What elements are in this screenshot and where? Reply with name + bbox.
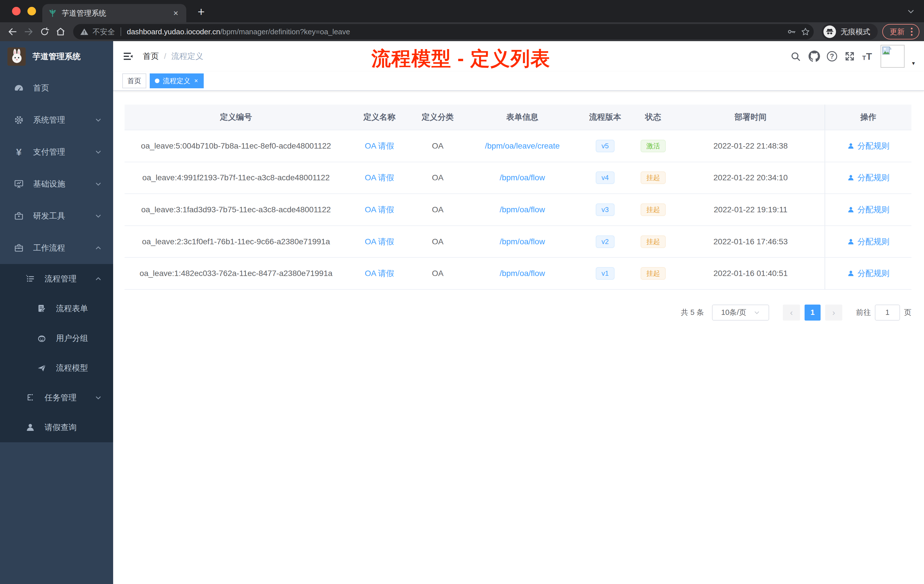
- sidebar-item-label: 任务管理: [45, 392, 95, 403]
- sidebar-item-home[interactable]: 首页: [0, 72, 113, 104]
- avatar-caret-icon[interactable]: ▾: [912, 60, 915, 68]
- sidebar-item-payment[interactable]: ¥ 支付管理: [0, 136, 113, 168]
- column-header: 部署时间: [676, 112, 825, 122]
- url-text[interactable]: dashboard.yudao.iocoder.cn/bpm/manager/d…: [127, 27, 783, 36]
- toolbox-icon: [14, 211, 24, 221]
- tag-close-icon[interactable]: ×: [194, 78, 198, 84]
- chevron-up-icon: [95, 244, 102, 251]
- sidebar-logo[interactable]: 芋道管理系统: [0, 41, 113, 72]
- definition-id: oa_leave:5:004b710b-7b8a-11ec-8ef0-acde4…: [125, 142, 347, 150]
- column-header: 表单信息: [464, 112, 581, 122]
- gear-icon: [14, 115, 24, 125]
- sidebar-item-process-model[interactable]: 流程模型: [0, 353, 113, 383]
- definition-category: OA: [411, 173, 464, 182]
- form-link[interactable]: /bpm/oa/leave/create: [485, 142, 560, 150]
- tag-label: 首页: [127, 76, 141, 86]
- chevron-down-icon: [95, 394, 102, 401]
- tag-home[interactable]: 首页: [122, 73, 146, 88]
- back-button[interactable]: [5, 24, 21, 40]
- sidebar-item-workflow[interactable]: 工作流程: [0, 232, 113, 264]
- sidebar-item-task-management[interactable]: 任务管理: [0, 383, 113, 412]
- sidebar-item-label: 首页: [33, 82, 102, 93]
- update-label: 更新: [890, 27, 904, 37]
- sidebar-item-infrastructure[interactable]: 基础设施: [0, 168, 113, 200]
- form-link[interactable]: /bpm/oa/flow: [500, 173, 545, 182]
- table-row: oa_leave:2:3c1f0ef1-76b1-11ec-9c66-a2380…: [125, 226, 911, 258]
- collapse-sidebar-icon[interactable]: [122, 51, 134, 62]
- help-icon[interactable]: ?: [827, 51, 837, 61]
- definition-name-link[interactable]: OA 请假: [365, 237, 394, 246]
- assign-rule-button[interactable]: 分配规则: [847, 204, 889, 215]
- sidebar-item-label: 系统管理: [33, 115, 95, 125]
- fullscreen-icon[interactable]: [843, 50, 856, 63]
- tag-process-definition[interactable]: 流程定义 ×: [150, 73, 204, 88]
- assign-rule-button[interactable]: 分配规则: [847, 172, 889, 183]
- monitor-icon: [14, 179, 24, 189]
- security-warning-icon[interactable]: [80, 27, 89, 36]
- sidebar-item-system[interactable]: 系统管理: [0, 104, 113, 136]
- reload-button[interactable]: [36, 24, 53, 40]
- person-icon: [847, 174, 855, 181]
- assign-rule-button[interactable]: 分配规则: [847, 140, 889, 152]
- bookmark-star-icon[interactable]: [800, 27, 810, 36]
- tab-title: 芋道管理系统: [62, 8, 166, 18]
- assign-rule-button[interactable]: 分配规则: [847, 268, 889, 279]
- browser-toolbar: 不安全 dashboard.yudao.iocoder.cn/bpm/manag…: [0, 22, 924, 41]
- password-key-icon[interactable]: [787, 27, 797, 36]
- sidebar-item-user-group[interactable]: 用户分组: [0, 323, 113, 353]
- security-label[interactable]: 不安全: [92, 27, 115, 37]
- deploy-time: 2022-01-16 01:40:51: [676, 269, 825, 278]
- sidebar-item-process-form[interactable]: 流程表单: [0, 294, 113, 323]
- avatar[interactable]: [881, 45, 904, 68]
- table-header-row: 定义编号 定义名称 定义分类 表单信息 流程版本 状态 部署时间 操作: [125, 105, 911, 130]
- home-button[interactable]: [53, 24, 69, 40]
- address-bar[interactable]: 不安全 dashboard.yudao.iocoder.cn/bpm/manag…: [73, 24, 814, 40]
- person-icon: [25, 422, 35, 432]
- prev-page-button[interactable]: ‹: [783, 305, 800, 320]
- definition-name-link[interactable]: OA 请假: [365, 142, 394, 150]
- person-icon: [847, 206, 855, 213]
- status-badge: 激活: [640, 140, 666, 152]
- form-link[interactable]: /bpm/oa/flow: [500, 269, 545, 278]
- minimize-window-button[interactable]: [27, 7, 36, 15]
- tab-close-icon[interactable]: ×: [171, 8, 181, 18]
- sidebar-item-label: 工作流程: [33, 243, 95, 253]
- column-header: 定义分类: [411, 112, 464, 122]
- table-row: oa_leave:4:991f2193-7b7f-11ec-a3c8-acde4…: [125, 162, 911, 194]
- broken-image-icon: [882, 46, 891, 54]
- close-window-button[interactable]: [12, 7, 21, 15]
- definition-name-link[interactable]: OA 请假: [365, 269, 394, 278]
- next-page-button[interactable]: ›: [825, 305, 842, 320]
- browser-menu-icon[interactable]: [910, 26, 914, 37]
- url-host: dashboard.yudao.iocoder.cn: [127, 27, 220, 36]
- assign-rule-button[interactable]: 分配规则: [847, 236, 889, 247]
- sidebar-item-dev-tools[interactable]: 研发工具: [0, 200, 113, 232]
- sidebar-item-label: 流程模型: [56, 363, 102, 373]
- sidebar-item-label: 流程表单: [56, 303, 102, 314]
- red-annotation-text: 流程模型 - 定义列表: [371, 46, 550, 72]
- sidebar-item-label: 基础设施: [33, 178, 95, 190]
- forward-button[interactable]: [21, 24, 36, 40]
- new-tab-button[interactable]: +: [193, 4, 209, 20]
- goto-page-input[interactable]: [875, 305, 900, 320]
- form-link[interactable]: /bpm/oa/flow: [500, 205, 545, 214]
- sidebar-item-leave-query[interactable]: 请假查询: [0, 412, 113, 442]
- font-size-icon[interactable]: TT: [862, 51, 872, 61]
- current-page-button[interactable]: 1: [805, 305, 820, 320]
- github-icon[interactable]: [808, 50, 820, 63]
- definition-name-link[interactable]: OA 请假: [365, 205, 394, 214]
- browser-update-button[interactable]: 更新: [882, 24, 919, 40]
- browser-tab[interactable]: 芋道管理系统 ×: [42, 4, 186, 22]
- version-badge: v5: [596, 140, 614, 152]
- definition-category: OA: [411, 142, 464, 150]
- page-unit-label: 页: [904, 307, 911, 317]
- breadcrumb-home[interactable]: 首页: [143, 51, 159, 62]
- column-header: 流程版本: [581, 112, 630, 122]
- tab-search-caret-icon[interactable]: [907, 7, 915, 15]
- search-icon[interactable]: [789, 50, 802, 63]
- page-size-select[interactable]: 10条/页: [712, 305, 769, 320]
- definition-name-link[interactable]: OA 请假: [365, 173, 394, 182]
- form-link[interactable]: /bpm/oa/flow: [500, 237, 545, 246]
- column-header: 状态: [630, 112, 676, 122]
- sidebar-item-process-management[interactable]: 流程管理: [0, 264, 113, 294]
